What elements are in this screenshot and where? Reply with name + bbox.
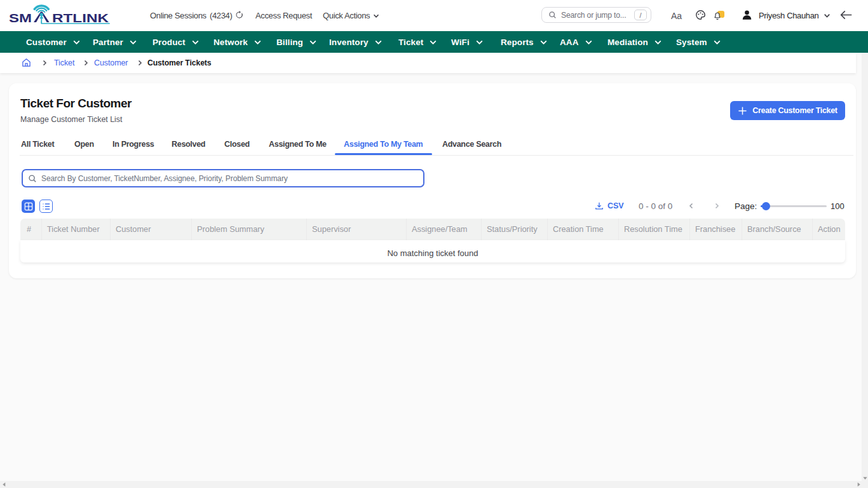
svg-text:SM: SM <box>9 12 32 25</box>
svg-text:RTLINK: RTLINK <box>52 12 109 25</box>
